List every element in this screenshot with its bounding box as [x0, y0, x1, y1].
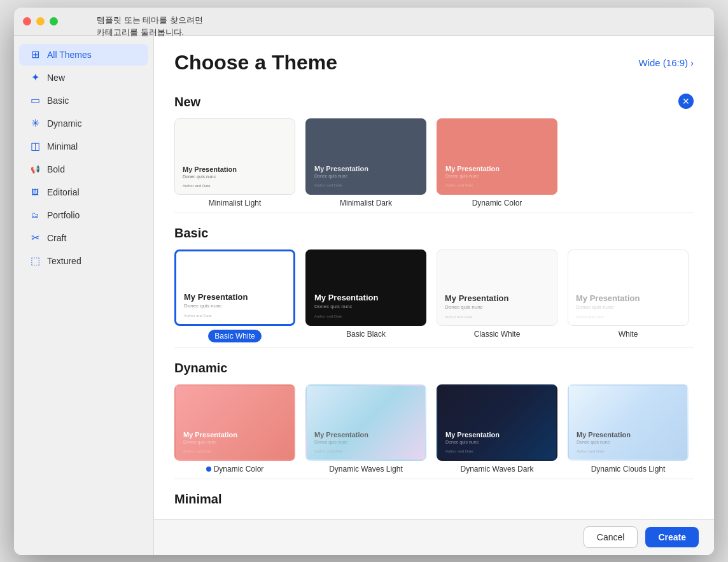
theme-name-dynamic-color-new: Dynamic Color — [472, 199, 522, 207]
theme-name-badge-basic-white: Basic White — [208, 330, 261, 342]
maximize-button[interactable] — [50, 17, 58, 25]
theme-card-dynamic-waves-dark[interactable]: My Presentation Donec quis nunc Author a… — [437, 384, 557, 474]
theme-card-minimalist-dark[interactable]: My Presentation Donec quis nunc Author a… — [305, 118, 426, 207]
theme-thumb-dynamic-color-new: My Presentation Donec quis nunc Author a… — [437, 118, 557, 195]
section-title-minimal: Minimal — [174, 492, 694, 507]
sidebar-item-new[interactable]: ✦ New — [19, 67, 148, 88]
theme-thumb-dynamic-waves-light: My Presentation Donec quis nunc Author a… — [305, 384, 426, 461]
theme-name-dynamic-waves-dark: Dynamic Waves Dark — [461, 465, 534, 474]
sidebar-item-bold[interactable]: 📢 Bold — [19, 158, 148, 180]
sidebar-item-all-themes[interactable]: ⊞ All Themes — [19, 44, 148, 66]
theme-card-white[interactable]: My Presentation Donec quis nunc Author a… — [568, 249, 689, 342]
theme-name-white: White — [619, 330, 638, 339]
minimal-icon: ◫ — [29, 141, 41, 152]
sidebar-item-textured[interactable]: ⬚ Textured — [19, 250, 148, 272]
create-button[interactable]: Create — [645, 527, 699, 547]
bold-icon: 📢 — [29, 164, 41, 175]
content-area: ⊞ All Themes ✦ New ▭ Basic ✳ Dynamic ◫ M… — [14, 36, 714, 555]
sidebar-item-dynamic[interactable]: ✳ Dynamic — [19, 113, 148, 134]
main-area: Choose a Theme Wide (16:9) › New ✕ — [154, 36, 714, 555]
footer: Cancel Create — [154, 519, 714, 555]
portfolio-icon: 🗂 — [29, 209, 41, 221]
sidebar-item-craft[interactable]: ✂ Craft — [19, 227, 148, 249]
basic-icon: ▭ — [29, 95, 41, 106]
theme-name-classic-white: Classic White — [474, 330, 521, 339]
themes-scroll-area[interactable]: New ✕ My Presentation Donec quis nunc Au… — [154, 85, 714, 519]
theme-thumb-minimalist-dark: My Presentation Donec quis nunc Author a… — [305, 118, 426, 195]
cancel-button[interactable]: Cancel — [584, 526, 638, 548]
sidebar: ⊞ All Themes ✦ New ▭ Basic ✳ Dynamic ◫ M… — [14, 36, 154, 555]
theme-name-minimalist-dark: Minimalist Dark — [340, 199, 392, 207]
theme-card-dynamic-clouds-light[interactable]: My Presentation Donec quis nunc Author a… — [568, 384, 689, 474]
theme-card-basic-black[interactable]: My Presentation Donec quis nunc Author a… — [305, 249, 426, 342]
main-header: Choose a Theme Wide (16:9) › — [154, 36, 714, 85]
app-window: 템플릿 또는 테마를 찾으려면 카테고리를 둘러봅니다. ⊞ All Theme… — [14, 8, 714, 555]
theme-thumb-classic-white: My Presentation Donec quis nunc Author a… — [437, 249, 557, 326]
theme-dot-dynamic-color — [206, 467, 211, 472]
traffic-lights — [23, 17, 58, 25]
chevron-down-icon: › — [690, 57, 694, 68]
theme-card-dynamic-color-new[interactable]: My Presentation Donec quis nunc Author a… — [437, 118, 557, 207]
theme-card-classic-white[interactable]: My Presentation Donec quis nunc Author a… — [437, 249, 557, 342]
sidebar-item-portfolio[interactable]: 🗂 Portfolio — [19, 204, 148, 226]
theme-name-dynamic-clouds-light: Dynamic Clouds Light — [591, 465, 666, 474]
page-title: Choose a Theme — [174, 51, 337, 74]
theme-name-basic-black: Basic Black — [346, 330, 386, 339]
theme-card-dynamic-waves-light[interactable]: My Presentation Donec quis nunc Author a… — [305, 384, 426, 474]
theme-thumb-white: My Presentation Donec quis nunc Author a… — [568, 249, 689, 326]
theme-thumb-dynamic-clouds-light: My Presentation Donec quis nunc Author a… — [568, 384, 689, 461]
theme-thumb-dynamic-color: My Presentation Donec quis nunc Author a… — [174, 384, 295, 461]
close-button[interactable] — [23, 17, 31, 25]
theme-name-dynamic-waves-light: Dynamic Waves Light — [329, 465, 403, 474]
theme-thumb-minimalist-light: My Presentation Donec quis nunc Author a… — [174, 118, 295, 195]
theme-name-dynamic-color: Dynamic Color — [206, 465, 264, 474]
aspect-ratio-button[interactable]: Wide (16:9) › — [638, 57, 694, 68]
theme-name-minimalist-light: Minimalist Light — [209, 199, 262, 207]
dynamic-themes-grid: My Presentation Donec quis nunc Author a… — [174, 384, 694, 474]
new-themes-grid: My Presentation Donec quis nunc Author a… — [174, 118, 694, 207]
theme-card-minimalist-light[interactable]: My Presentation Donec quis nunc Author a… — [174, 118, 295, 207]
theme-card-basic-white[interactable]: My Presentation Donec quis nunc Author a… — [174, 249, 295, 342]
theme-thumb-dynamic-waves-dark: My Presentation Donec quis nunc Author a… — [437, 384, 557, 461]
all-themes-icon: ⊞ — [29, 49, 41, 60]
theme-card-dynamic-color[interactable]: My Presentation Donec quis nunc Author a… — [174, 384, 295, 474]
editorial-icon: 🖼 — [29, 186, 41, 198]
minimize-button[interactable] — [36, 17, 45, 25]
section-title-new: New — [174, 95, 200, 109]
basic-themes-grid: My Presentation Donec quis nunc Author a… — [174, 249, 694, 342]
theme-thumb-basic-white: My Presentation Donec quis nunc Author a… — [174, 249, 295, 326]
new-section-header: New ✕ — [174, 85, 694, 118]
sidebar-item-minimal[interactable]: ◫ Minimal — [19, 136, 148, 157]
theme-thumb-basic-black: My Presentation Donec quis nunc Author a… — [305, 249, 426, 326]
craft-icon: ✂ — [29, 232, 41, 244]
textured-icon: ⬚ — [29, 255, 41, 267]
dynamic-icon: ✳ — [29, 118, 41, 129]
section-title-dynamic: Dynamic — [174, 361, 694, 376]
close-section-button[interactable]: ✕ — [678, 94, 694, 109]
section-title-basic: Basic — [174, 226, 694, 241]
tooltip: 템플릿 또는 테마를 찾으려면 카테고리를 둘러봅니다. — [97, 14, 203, 39]
new-icon: ✦ — [29, 72, 41, 83]
sidebar-item-basic[interactable]: ▭ Basic — [19, 90, 148, 111]
sidebar-item-editorial[interactable]: 🖼 Editorial — [19, 181, 148, 203]
